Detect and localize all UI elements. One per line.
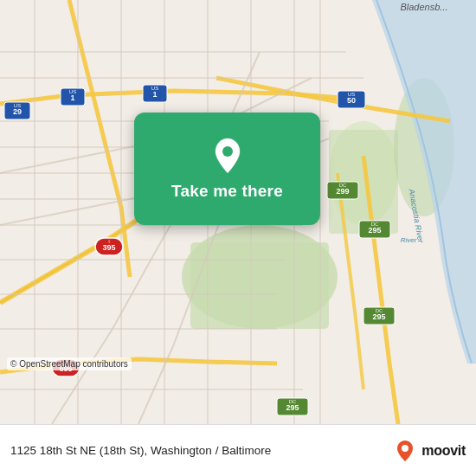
svg-text:River: River [401, 236, 417, 244]
svg-text:295: 295 [372, 312, 385, 321]
svg-text:US: US [151, 86, 158, 91]
map-view: 29 US 1 US 1 US 50 US 395 I 295 DC 295 D… [0, 0, 476, 424]
svg-point-58 [222, 146, 233, 157]
svg-text:1: 1 [70, 93, 74, 102]
svg-rect-2 [190, 242, 329, 329]
moovit-brand-text: moovit [421, 443, 466, 459]
moovit-pin-icon [393, 439, 417, 463]
svg-text:DC: DC [339, 183, 347, 188]
moovit-logo: moovit [393, 439, 466, 463]
svg-text:DC: DC [371, 222, 379, 227]
svg-text:29: 29 [13, 107, 22, 116]
address-text: 1125 18th St NE (18th St), Washington / … [10, 444, 384, 457]
take-me-there-card[interactable]: Take me there [134, 113, 320, 225]
take-me-there-label: Take me there [171, 182, 283, 201]
svg-text:US: US [69, 89, 76, 94]
svg-text:DC: DC [289, 399, 297, 404]
svg-text:395: 395 [102, 243, 115, 252]
svg-text:US: US [14, 103, 21, 108]
svg-text:US: US [348, 92, 355, 97]
osm-attribution: © OpenStreetMap contributors [7, 357, 132, 370]
svg-text:1: 1 [152, 90, 157, 99]
svg-point-59 [402, 445, 408, 452]
bottom-bar: 1125 18th St NE (18th St), Washington / … [0, 424, 476, 476]
location-pin-icon [209, 137, 247, 175]
svg-text:295: 295 [368, 226, 381, 235]
svg-text:DC: DC [376, 308, 383, 313]
svg-text:50: 50 [347, 96, 356, 105]
svg-text:Bladensb...: Bladensb... [400, 2, 447, 12]
svg-text:295: 295 [286, 403, 299, 412]
svg-text:299: 299 [336, 187, 349, 196]
